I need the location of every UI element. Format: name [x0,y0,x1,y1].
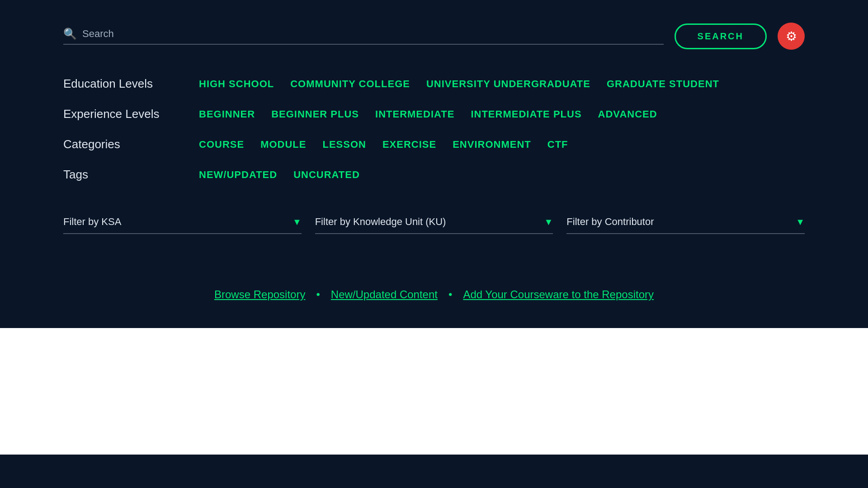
tag-community-college[interactable]: COMMUNITY COLLEGE [290,78,410,90]
tag-high-school[interactable]: HIGH SCHOOL [199,78,274,90]
tag-beginner-plus[interactable]: BEGINNER PLUS [271,108,359,120]
experience-levels-row: Experience Levels BEGINNER BEGINNER PLUS… [63,107,805,121]
tag-intermediate-plus[interactable]: INTERMEDIATE PLUS [471,108,581,120]
filter-section: Education Levels HIGH SCHOOL COMMUNITY C… [63,77,805,234]
tag-new-updated[interactable]: NEW/UPDATED [199,169,277,181]
filter-contributor-arrow: ▼ [796,217,805,227]
tags-tags: NEW/UPDATED UNCURATED [199,169,360,181]
search-row: 🔍 SEARCH ⚙ [63,23,805,50]
tag-exercise[interactable]: EXERCISE [382,139,436,150]
search-icon: 🔍 [63,28,77,40]
separator-1: • [316,288,320,301]
tags-row: Tags NEW/UPDATED UNCURATED [63,168,805,182]
settings-button[interactable]: ⚙ [778,23,805,50]
new-updated-content-link[interactable]: New/Updated Content [331,288,438,301]
filter-ku-label: Filter by Knowledge Unit (KU) [315,216,446,228]
settings-icon: ⚙ [786,29,797,44]
filter-contributor-dropdown[interactable]: Filter by Contributor ▼ [566,216,805,234]
education-levels-label: Education Levels [63,77,199,91]
experience-levels-label: Experience Levels [63,107,199,121]
tag-graduate-student[interactable]: GRADUATE STUDENT [607,78,719,90]
tag-intermediate[interactable]: INTERMEDIATE [375,108,454,120]
filter-ku-arrow: ▼ [544,217,553,227]
tags-label: Tags [63,168,199,182]
categories-row: Categories COURSE MODULE LESSON EXERCISE… [63,137,805,151]
bottom-links-section: Browse Repository • New/Updated Content … [0,261,868,328]
categories-tags: COURSE MODULE LESSON EXERCISE ENVIRONMEN… [199,139,568,150]
filter-ksa-label: Filter by KSA [63,216,121,228]
tag-advanced[interactable]: ADVANCED [598,108,657,120]
dropdown-section: Filter by KSA ▼ Filter by Knowledge Unit… [63,216,805,234]
categories-label: Categories [63,137,199,151]
tag-lesson[interactable]: LESSON [322,139,366,150]
education-levels-row: Education Levels HIGH SCHOOL COMMUNITY C… [63,77,805,91]
tag-ctf[interactable]: CTF [547,139,568,150]
white-section [0,328,868,455]
separator-2: • [448,288,452,301]
education-levels-tags: HIGH SCHOOL COMMUNITY COLLEGE UNIVERSITY… [199,78,719,90]
filter-ku-dropdown[interactable]: Filter by Knowledge Unit (KU) ▼ [315,216,553,234]
browse-repository-link[interactable]: Browse Repository [214,288,305,301]
main-container: 🔍 SEARCH ⚙ Education Levels HIGH SCHOOL … [0,0,868,261]
tag-module[interactable]: MODULE [260,139,306,150]
tag-course[interactable]: COURSE [199,139,244,150]
experience-levels-tags: BEGINNER BEGINNER PLUS INTERMEDIATE INTE… [199,108,657,120]
add-courseware-link[interactable]: Add Your Courseware to the Repository [463,288,654,301]
tag-beginner[interactable]: BEGINNER [199,108,255,120]
search-container: 🔍 [63,28,664,45]
search-input[interactable] [82,28,664,40]
tag-environment[interactable]: ENVIRONMENT [453,139,531,150]
search-button[interactable]: SEARCH [675,23,767,49]
filter-ksa-arrow: ▼ [292,217,302,227]
filter-contributor-label: Filter by Contributor [566,216,654,228]
tag-uncurated[interactable]: UNCURATED [293,169,360,181]
filter-ksa-dropdown[interactable]: Filter by KSA ▼ [63,216,302,234]
tag-university-undergraduate[interactable]: UNIVERSITY UNDERGRADUATE [426,78,590,90]
